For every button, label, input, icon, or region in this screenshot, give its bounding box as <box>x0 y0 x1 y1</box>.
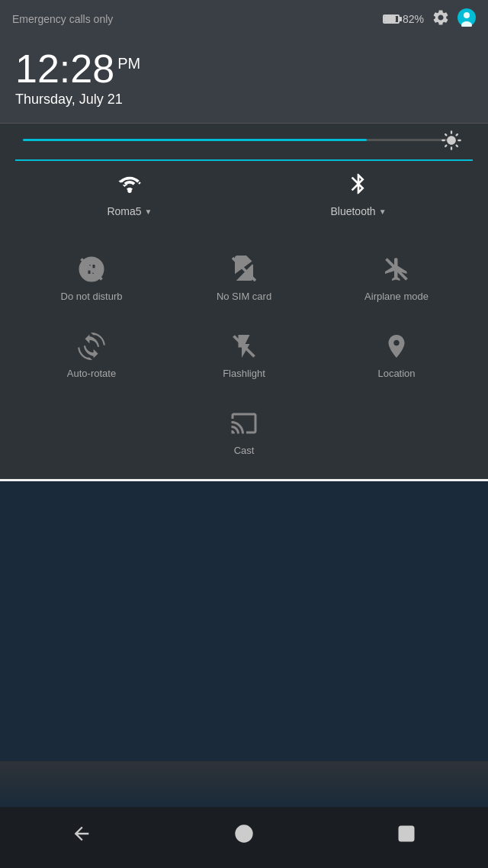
auto-rotate-label: Auto-rotate <box>67 368 116 379</box>
background-area <box>0 761 488 807</box>
emergency-text: Emergency calls only <box>12 13 113 25</box>
avatar-icon[interactable] <box>458 8 476 30</box>
brightness-slider-fill <box>23 139 367 141</box>
status-icons: 82% <box>383 8 476 30</box>
clock-time: 12:28PM <box>15 49 473 88</box>
auto-rotate-tile[interactable]: Auto-rotate <box>15 317 168 394</box>
svg-point-11 <box>236 826 252 842</box>
cast-tile[interactable]: Cast <box>168 394 320 471</box>
wifi-label: Roma5 ▼ <box>107 205 152 217</box>
wifi-dropdown-arrow: ▼ <box>145 207 152 216</box>
do-not-disturb-label: Do not disturb <box>61 291 123 302</box>
no-sim-card-label: No SIM card <box>217 291 271 302</box>
clock-ampm: PM <box>117 55 140 72</box>
back-button[interactable] <box>65 817 98 850</box>
battery-percent: 82% <box>403 13 424 25</box>
status-bar: Emergency calls only 82% <box>0 0 488 38</box>
svg-rect-12 <box>400 827 414 841</box>
wifi-toggle[interactable]: Roma5 ▼ <box>15 159 244 225</box>
bluetooth-toggle[interactable]: Bluetooth ▼ <box>244 159 473 225</box>
location-label: Location <box>377 368 415 379</box>
recent-apps-button[interactable] <box>390 817 423 850</box>
airplane-mode-tile[interactable]: Airplane mode <box>320 240 473 317</box>
bluetooth-dropdown-arrow: ▼ <box>379 207 387 216</box>
nav-bar <box>0 807 488 868</box>
flashlight-tile[interactable]: Flashlight <box>168 317 320 394</box>
airplane-mode-label: Airplane mode <box>364 291 429 302</box>
svg-point-1 <box>464 12 470 18</box>
location-tile[interactable]: Location <box>320 317 473 394</box>
home-button[interactable] <box>227 817 261 850</box>
battery-fill <box>384 16 396 22</box>
cast-label: Cast <box>234 445 255 456</box>
do-not-disturb-tile[interactable]: Do not disturb <box>15 240 168 317</box>
svg-point-3 <box>127 189 131 193</box>
battery-icon <box>383 14 400 24</box>
brightness-slider-track[interactable] <box>23 139 453 141</box>
brightness-thumb <box>441 130 462 151</box>
toggle-row: Roma5 ▼ Bluetooth ▼ <box>15 159 473 225</box>
battery-container: 82% <box>383 13 424 25</box>
quick-settings-panel: Roma5 ▼ Bluetooth ▼ <box>0 124 488 479</box>
tiles-grid: Do not disturb No SIM card Airplane mode… <box>15 240 473 394</box>
clock-area: 12:28PM Thursday, July 21 <box>0 38 488 124</box>
flashlight-label: Flashlight <box>223 368 265 379</box>
cast-row: Cast <box>15 394 473 471</box>
brightness-row[interactable] <box>15 139 473 141</box>
bluetooth-icon-wrap <box>343 169 374 199</box>
separator-line <box>0 479 488 481</box>
wifi-icon-wrap <box>114 169 145 199</box>
clock-time-value: 12:28 <box>15 47 114 91</box>
gear-icon[interactable] <box>432 8 450 30</box>
clock-date: Thursday, July 21 <box>15 92 473 108</box>
bluetooth-label: Bluetooth ▼ <box>330 205 386 217</box>
no-sim-card-tile[interactable]: No SIM card <box>168 240 320 317</box>
